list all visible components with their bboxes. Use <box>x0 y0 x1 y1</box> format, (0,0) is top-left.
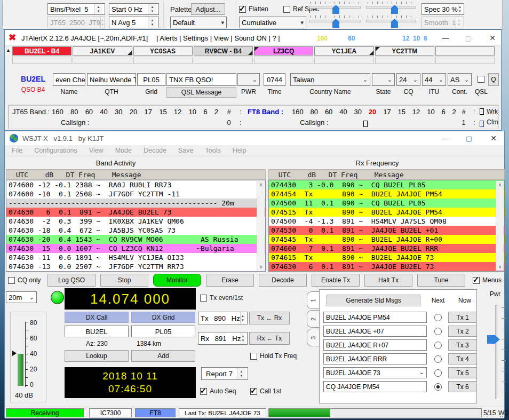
log-qso-button[interactable]: Log QSO <box>47 274 96 287</box>
palette-adjust-button[interactable]: Adjust... <box>191 3 225 15</box>
minimize-button[interactable]: — <box>438 133 453 144</box>
decode-button[interactable]: Decode <box>259 274 307 287</box>
menu-item[interactable]: Mode <box>109 147 138 154</box>
time-field[interactable]: 0744 <box>264 73 285 86</box>
callsign-tab[interactable]: YC1JEA <box>314 46 373 56</box>
scroll-up-icon[interactable]: ∧ <box>498 182 502 187</box>
scroll-down-icon[interactable]: ∨ <box>498 264 502 270</box>
decode-row[interactable]: ----------------------------------------… <box>6 199 265 208</box>
close-button[interactable]: ✕ <box>485 33 500 43</box>
enable-tx-button[interactable]: Enable Tx <box>312 274 360 287</box>
cq-zone-select[interactable]: 24⌄ <box>396 73 420 86</box>
hold-tx-freq-checkbox[interactable]: Hold Tx Freq <box>250 352 297 360</box>
next-radio[interactable] <box>434 314 442 321</box>
jtalertx-menubar[interactable]: | Alerts | Settings | View | Sound ON | … <box>156 34 280 42</box>
rx-frequency-scrollbar[interactable]: ∧ ∨ <box>496 181 504 271</box>
tab-3[interactable]: 3 <box>307 329 320 346</box>
resize-grip[interactable] <box>499 413 503 417</box>
grid-field[interactable]: PL05 <box>137 73 165 86</box>
decode-row[interactable]: 074630 -13 0.0 2507 ~ JF7GDF YC2TTM RR73 <box>6 262 265 271</box>
spinner-arrows-icon[interactable]: ▲▼ <box>458 4 462 14</box>
decode-row[interactable]: 074630 6 0.1 891 ~ JA4JOE BU2EL 73 <box>6 208 265 217</box>
decode-row[interactable]: 074600 -10 0.1 2508 ~ JF7GDF YC2TTM -11 <box>6 189 265 199</box>
empty-callsign-slot[interactable] <box>314 57 373 64</box>
monitor-button[interactable]: Monitor <box>153 274 201 287</box>
scroll-down-icon[interactable]: ∨ <box>259 264 263 270</box>
spinner-arrows-icon[interactable]: ▲▼ <box>240 312 245 324</box>
callsign-tab[interactable]: RV9CW - B4 <box>194 46 253 56</box>
decode-row[interactable]: 074630 -2 0.3 399 ~ IK0XBX JA1KEV QM06 <box>6 217 265 226</box>
q-button[interactable]: Q <box>488 73 499 86</box>
now-tx-button[interactable]: Tx 1 <box>448 312 477 323</box>
dx-call-input[interactable]: BU2EL <box>65 326 129 337</box>
pwr-slider[interactable] <box>486 304 507 401</box>
tab-1[interactable]: 1 <box>307 291 320 309</box>
tab-2[interactable]: 2 <box>307 310 320 328</box>
next-radio[interactable] <box>434 383 442 391</box>
decode-row[interactable]: 074615 Tx 890 ~ BU2EL JA4JOE 73 <box>269 253 504 262</box>
tx-message-input[interactable]: BU2EL JA4JOE RRR <box>323 353 427 364</box>
close-button[interactable]: ✕ <box>486 133 501 144</box>
tx-even-checkbox[interactable]: Tx even/1st <box>200 294 243 302</box>
auto-seq-checkbox[interactable]: Auto Seq <box>200 387 236 395</box>
spinner-arrows-icon[interactable]: ▲▼ <box>241 332 245 344</box>
qsl-message-label-button[interactable]: QSL Message <box>166 87 236 98</box>
continent-select[interactable]: AS⌄ <box>448 73 472 86</box>
display-mode-select[interactable]: Cumulative ▾ <box>239 17 306 28</box>
tab-scroll-up-icon[interactable]: ▲ <box>6 47 11 53</box>
decode-row[interactable]: 074515 Tx 890 ~ BU2EL JA4JOE PM54 <box>269 208 504 217</box>
decode-row[interactable]: 074630 -15 -0.0 1607 ~ CQ LZ3CQ KN12 ~Bu… <box>6 244 265 253</box>
zero-slider-bottom[interactable] <box>366 15 416 28</box>
name-field[interactable]: even Chen <box>53 73 85 86</box>
decode-row[interactable]: 074630 -18 0.4 672 ~ JA5BJS YC0SAS 73 <box>6 226 265 235</box>
menu-item[interactable]: View <box>83 147 109 154</box>
add-button[interactable]: Add <box>131 350 195 362</box>
decode-row[interactable]: 074500 11 0.1 890 ~ CQ BU2EL PL05 <box>269 199 504 208</box>
tune-button[interactable]: Tune <box>417 274 465 287</box>
cq-only-checkbox[interactable]: CQ only <box>8 276 41 284</box>
now-tx-button[interactable]: Tx 3 <box>448 339 477 351</box>
empty-callsign-slot[interactable] <box>133 57 193 64</box>
decode-row[interactable]: 074530 0 0.1 891 ~ JA4JOE BU2EL +01 <box>269 226 504 235</box>
menu-item[interactable]: Configurations <box>28 147 83 154</box>
menu-item[interactable]: File <box>6 147 28 154</box>
rx-freq-spinner[interactable]: Rx 891 Hz ▲▼ <box>198 332 248 345</box>
spinner-arrows-icon[interactable]: ▲▼ <box>94 4 102 14</box>
decode-row[interactable]: 074500 -4 -1.3 891 ~ HS4MLV JA7SLS QM08 <box>269 217 504 226</box>
spinner-arrows-icon[interactable]: ▲▼ <box>148 4 156 14</box>
tx-message-input[interactable]: BU2EL JA4JOE PM54 <box>323 312 427 323</box>
tx-message-input[interactable]: CQ JA4JOE PM54 <box>323 381 427 392</box>
now-tx-button[interactable]: Tx 4 <box>448 353 477 364</box>
bins-pixel-spinner[interactable]: Bins/Pixel 5 ▲▼ <box>47 3 105 15</box>
menu-item[interactable]: Decode <box>138 147 172 154</box>
dx-grid-input[interactable]: PL05 <box>131 326 195 337</box>
flatten-checkbox[interactable]: Flatten <box>239 5 268 13</box>
menu-item[interactable]: Tools <box>200 147 227 154</box>
callsign-tab[interactable]: YC0SAS <box>133 46 193 56</box>
stop-button[interactable]: Stop <box>100 274 148 287</box>
empty-callsign-slot[interactable] <box>375 57 434 64</box>
callsign-tab[interactable]: YC2TTM <box>375 46 434 56</box>
empty-callsign-slot[interactable] <box>435 57 495 64</box>
halt-tx-button[interactable]: Halt Tx <box>364 274 412 287</box>
tx-freq-spinner[interactable]: Tx 890 Hz ▲▼ <box>198 312 248 324</box>
start-hz-spinner[interactable]: Start 0 Hz ▲▼ <box>109 3 159 15</box>
minimize-button[interactable]: — <box>438 33 453 43</box>
next-radio[interactable] <box>434 369 442 377</box>
slider-thumb[interactable] <box>487 335 500 344</box>
gain-slider-bottom[interactable] <box>309 15 361 28</box>
tx-message-input[interactable]: BU2EL JA4JOE R+07 <box>323 339 427 351</box>
decode-row[interactable]: 074430 3 -0.0 890 ~ CQ BU2EL PL05 <box>269 180 504 189</box>
palette-select[interactable]: Default ▾ <box>170 17 227 28</box>
report-spinner[interactable]: Report 7 ▲▼ <box>201 367 248 380</box>
maximize-button[interactable]: ▢ <box>462 133 476 144</box>
spinner-arrows-icon[interactable]: ▲▼ <box>148 17 156 28</box>
qsl-checkbox[interactable] <box>478 76 484 83</box>
itu-zone-select[interactable]: 44⌄ <box>422 73 446 86</box>
tx-message-input[interactable]: BU2EL JA4JOE +07 <box>323 326 427 337</box>
decode-row[interactable]: 074545 Tx 890 ~ BU2EL JA4JOE R+00 <box>269 235 504 244</box>
menus-checkbox[interactable]: Menus <box>473 276 502 284</box>
callsign-tab[interactable] <box>435 46 495 56</box>
qsl-message-field[interactable]: TNX FB QSO! <box>166 73 236 86</box>
next-radio[interactable] <box>434 342 442 349</box>
